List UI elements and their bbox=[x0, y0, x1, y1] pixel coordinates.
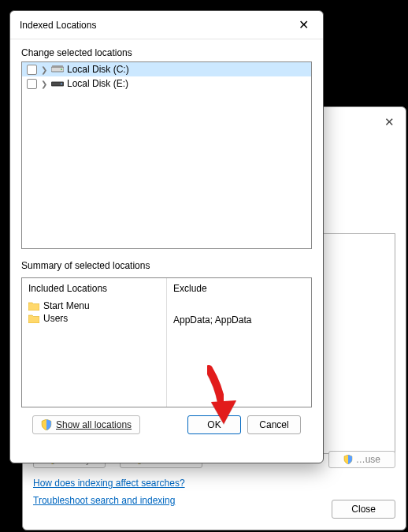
tree-item-label: Local Disk (E:) bbox=[67, 78, 128, 89]
show-all-locations-button[interactable]: Show all locations bbox=[32, 415, 140, 434]
background-button-3[interactable]: …use bbox=[328, 451, 395, 468]
close-icon[interactable]: ✕ bbox=[384, 115, 395, 129]
ok-button[interactable]: OK bbox=[187, 415, 241, 434]
chevron-right-icon[interactable]: ❯ bbox=[40, 80, 48, 88]
tree-row-drive-e[interactable]: ❯ Local Disk (E:) bbox=[22, 76, 311, 91]
shield-icon bbox=[41, 419, 52, 430]
checkbox[interactable] bbox=[27, 65, 37, 75]
close-icon[interactable]: ✕ bbox=[292, 16, 315, 34]
exclude-text: AppData; AppData bbox=[173, 314, 305, 326]
chevron-right-icon[interactable]: ❯ bbox=[40, 65, 48, 74]
summary-label: Summary of selected locations bbox=[21, 260, 312, 271]
link-troubleshoot[interactable]: Troubleshoot search and indexing bbox=[33, 495, 185, 506]
included-column: Included Locations Start Menu Users bbox=[22, 278, 167, 407]
folder-icon bbox=[28, 314, 39, 323]
tree-row-drive-c[interactable]: ❯ Local Disk (C:) bbox=[22, 62, 311, 76]
exclude-header: Exclude bbox=[173, 283, 305, 294]
drive-icon bbox=[51, 80, 64, 87]
svg-point-4 bbox=[61, 84, 62, 85]
show-all-label: Show all locations bbox=[56, 419, 132, 430]
indexed-locations-dialog: Indexed Locations ✕ Change selected loca… bbox=[9, 10, 324, 463]
exclude-column: Exclude AppData; AppData bbox=[167, 278, 311, 407]
included-item-label: Start Menu bbox=[43, 300, 90, 311]
background-links: How does indexing affect searches? Troub… bbox=[33, 478, 185, 506]
change-locations-label: Change selected locations bbox=[21, 47, 312, 58]
link-indexing-affect[interactable]: How does indexing affect searches? bbox=[33, 478, 185, 489]
checkbox[interactable] bbox=[27, 79, 37, 89]
folder-icon bbox=[28, 302, 39, 311]
included-item-label: Users bbox=[43, 313, 68, 324]
titlebar: Indexed Locations ✕ bbox=[10, 11, 323, 39]
list-item[interactable]: Start Menu bbox=[28, 300, 160, 311]
tree-item-label: Local Disk (C:) bbox=[67, 64, 129, 75]
svg-point-2 bbox=[61, 69, 62, 70]
svg-rect-1 bbox=[52, 65, 63, 68]
close-button[interactable]: Close bbox=[332, 500, 395, 519]
locations-tree[interactable]: ❯ Local Disk (C:) ❯ Local Disk (E:) bbox=[21, 61, 312, 249]
included-header: Included Locations bbox=[28, 283, 160, 294]
summary-box: Included Locations Start Menu Users Excl… bbox=[21, 277, 312, 407]
cancel-button[interactable]: Cancel bbox=[247, 415, 301, 434]
drive-icon bbox=[51, 65, 64, 73]
dialog-title: Indexed Locations bbox=[20, 20, 96, 31]
list-item[interactable]: Users bbox=[28, 313, 160, 324]
shield-icon bbox=[343, 455, 353, 464]
dialog-footer: Show all locations OK Cancel bbox=[21, 415, 312, 444]
